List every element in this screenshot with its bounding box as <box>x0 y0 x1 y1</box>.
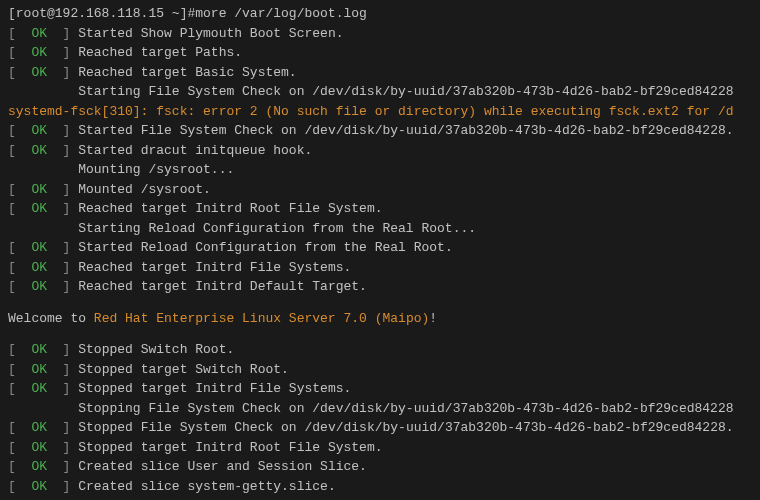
log-line: [ OK ] Created slice system-getty.slice. <box>8 477 752 497</box>
log-line: [ OK ] Started File System Check on /dev… <box>8 121 752 141</box>
log-line: [ OK ] Reached target Paths. <box>8 43 752 63</box>
log-text: Mounted /sysroot. <box>78 182 211 197</box>
log-text: Stopped File System Check on /dev/disk/b… <box>78 420 733 435</box>
log-text: Started File System Check on /dev/disk/b… <box>78 123 733 138</box>
log-line: [ OK ] Started dracut initqueue hook. <box>8 141 752 161</box>
log-text: Reached target Initrd File Systems. <box>78 260 351 275</box>
log-line: [ OK ] Stopped target Initrd Root File S… <box>8 438 752 458</box>
log-text: Reached target Basic System. <box>78 65 296 80</box>
log-line: [ OK ] Started Reload Configuration from… <box>8 238 752 258</box>
log-line: [ OK ] Stopped Switch Root. <box>8 340 752 360</box>
log-line: [ OK ] Stopped File System Check on /dev… <box>8 418 752 438</box>
log-text: Created slice system-getty.slice. <box>78 479 335 494</box>
log-line: [ OK ] Started Show Plymouth Boot Screen… <box>8 24 752 44</box>
log-text: Reached target Initrd Root File System. <box>78 201 382 216</box>
log-line-warn: systemd-fsck[310]: fsck: error 2 (No suc… <box>8 102 752 122</box>
log-text: Stopped target Initrd File Systems. <box>78 381 351 396</box>
log-text: Stopped Switch Root. <box>78 342 234 357</box>
log-line: [ OK ] Reached target Remote File System… <box>8 496 752 500</box>
log-line-plain: Starting File System Check on /dev/disk/… <box>8 82 752 102</box>
log-text: Started Reload Configuration from the Re… <box>78 240 452 255</box>
log-line: [ OK ] Reached target Initrd Default Tar… <box>8 277 752 297</box>
log-line: [ OK ] Stopped target Switch Root. <box>8 360 752 380</box>
log-line-plain: Stopping File System Check on /dev/disk/… <box>8 399 752 419</box>
terminal-output: [root@192.168.118.15 ~]#more /var/log/bo… <box>8 4 752 500</box>
log-line-plain: Mounting /sysroot... <box>8 160 752 180</box>
log-text: Started Show Plymouth Boot Screen. <box>78 26 343 41</box>
command-prompt: [root@192.168.118.15 ~]#more /var/log/bo… <box>8 4 752 24</box>
log-text: Reached target Initrd Default Target. <box>78 279 367 294</box>
log-text: Stopped target Switch Root. <box>78 362 289 377</box>
log-text: Stopped target Initrd Root File System. <box>78 440 382 455</box>
log-line: [ OK ] Mounted /sysroot. <box>8 180 752 200</box>
log-line-plain: Starting Reload Configuration from the R… <box>8 219 752 239</box>
log-text: Reached target Paths. <box>78 45 242 60</box>
log-line: [ OK ] Reached target Basic System. <box>8 63 752 83</box>
log-line: [ OK ] Created slice User and Session Sl… <box>8 457 752 477</box>
log-line: [ OK ] Stopped target Initrd File System… <box>8 379 752 399</box>
welcome-line: Welcome to Red Hat Enterprise Linux Serv… <box>8 309 752 329</box>
log-line: [ OK ] Reached target Initrd File System… <box>8 258 752 278</box>
log-line: [ OK ] Reached target Initrd Root File S… <box>8 199 752 219</box>
log-text: Created slice User and Session Slice. <box>78 459 367 474</box>
log-text: Started dracut initqueue hook. <box>78 143 312 158</box>
